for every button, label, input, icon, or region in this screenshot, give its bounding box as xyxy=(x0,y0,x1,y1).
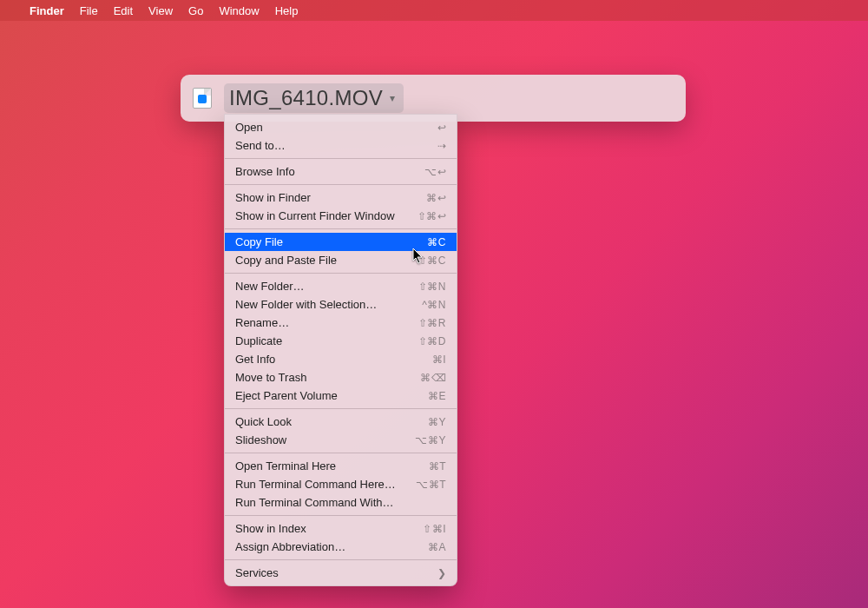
shortcut-label: ⇢ xyxy=(437,140,447,152)
chevron-down-icon: ▾ xyxy=(390,92,395,104)
shortcut-label: ⇧⌘I xyxy=(423,523,446,535)
shortcut-label: ↩ xyxy=(437,122,447,134)
menu-item-show-in-current-finder-window[interactable]: Show in Current Finder Window⇧⌘↩ xyxy=(225,207,457,225)
menu-item-label: Get Info xyxy=(235,353,275,366)
menu-item-run-terminal-command-here[interactable]: Run Terminal Command Here…⌥⌘T xyxy=(225,475,457,493)
menu-item-label: Show in Finder xyxy=(235,191,311,204)
shortcut-label: ⌥↩ xyxy=(424,166,446,178)
menu-item-show-in-finder[interactable]: Show in Finder⌘↩ xyxy=(225,188,457,207)
menu-item-new-folder-with-selection[interactable]: New Folder with Selection…^⌘N xyxy=(225,295,457,314)
menu-item-label: Open xyxy=(235,121,263,134)
menu-edit[interactable]: Edit xyxy=(114,4,133,17)
menu-item-label: New Folder with Selection… xyxy=(235,298,377,311)
menu-item-label: Slideshow xyxy=(235,433,286,446)
file-name-text: IMG_6410.MOV xyxy=(229,86,383,110)
menu-item-send-to[interactable]: Send to…⇢ xyxy=(225,136,457,155)
menu-item-label: Assign Abbreviation… xyxy=(235,540,345,553)
shortcut-label: ⌥⌘Y xyxy=(415,434,446,446)
menu-separator xyxy=(225,408,457,409)
menu-item-label: Run Terminal Command With… xyxy=(235,496,394,509)
shortcut-label: ⌘A xyxy=(428,541,446,553)
menu-item-duplicate[interactable]: Duplicate⇧⌘D xyxy=(225,332,457,350)
submenu-arrow-icon: ❯ xyxy=(437,567,446,579)
menu-item-copy-file[interactable]: Copy File⌘C xyxy=(225,233,457,251)
shortcut-label: ⌘Y xyxy=(428,416,446,428)
menu-separator xyxy=(225,228,457,229)
menu-separator xyxy=(225,273,457,274)
menu-item-move-to-trash[interactable]: Move to Trash⌘⌫ xyxy=(225,368,457,387)
shortcut-label: ⌘⌫ xyxy=(420,372,446,384)
shortcut-label: ⇧⌘D xyxy=(418,335,446,347)
menu-item-label: Copy and Paste File xyxy=(235,254,337,267)
menu-item-rename[interactable]: Rename…⇧⌘R xyxy=(225,314,457,332)
file-name-field[interactable]: IMG_6410.MOV ▾ xyxy=(224,83,404,113)
shortcut-label: ⌘C xyxy=(427,236,446,248)
shortcut-label: ⇧⌘R xyxy=(418,317,446,329)
menu-separator xyxy=(225,184,457,185)
menu-item-label: New Folder… xyxy=(235,280,304,293)
shortcut-label: ⇧⌘C xyxy=(418,254,446,267)
menu-item-label: Duplicate xyxy=(235,334,282,347)
shortcut-label: ⌘T xyxy=(429,460,446,473)
menu-item-quick-look[interactable]: Quick Look⌘Y xyxy=(225,413,457,431)
menu-item-label: Browse Info xyxy=(235,165,295,178)
menu-item-label: Eject Parent Volume xyxy=(235,389,338,402)
menu-item-label: Open Terminal Here xyxy=(235,459,336,473)
menu-view[interactable]: View xyxy=(148,4,173,17)
app-name[interactable]: Finder xyxy=(30,4,64,17)
menu-item-label: Run Terminal Command Here… xyxy=(235,478,396,491)
menu-item-label: Services xyxy=(235,566,279,579)
system-menubar: Finder File Edit View Go Window Help xyxy=(0,0,868,21)
menu-file[interactable]: File xyxy=(80,4,98,17)
shortcut-label: ⌘I xyxy=(432,354,446,366)
shortcut-label: ⇧⌘↩ xyxy=(418,210,447,222)
menu-separator xyxy=(225,515,457,516)
menu-item-open[interactable]: Open↩ xyxy=(225,118,457,136)
menu-separator xyxy=(225,453,457,453)
menu-item-new-folder[interactable]: New Folder…⇧⌘N xyxy=(225,277,457,295)
menu-item-show-in-index[interactable]: Show in Index⇧⌘I xyxy=(225,519,457,538)
shortcut-label: ⌘↩ xyxy=(426,192,446,204)
menu-item-browse-info[interactable]: Browse Info⌥↩ xyxy=(225,162,457,181)
menu-go[interactable]: Go xyxy=(188,4,203,17)
menu-item-label: Copy File xyxy=(235,235,283,248)
menu-item-eject-parent-volume[interactable]: Eject Parent Volume⌘E xyxy=(225,387,457,405)
menu-item-copy-and-paste-file[interactable]: Copy and Paste File⇧⌘C xyxy=(225,251,457,269)
context-menu: Open↩Send to…⇢Browse Info⌥↩Show in Finde… xyxy=(224,114,457,586)
menu-separator xyxy=(225,559,457,560)
menu-separator xyxy=(225,158,457,159)
shortcut-label: ⇧⌘N xyxy=(418,281,446,293)
shortcut-label: ⌥⌘T xyxy=(416,479,446,491)
menu-item-label: Move to Trash xyxy=(235,371,306,384)
menu-item-label: Show in Current Finder Window xyxy=(235,209,395,222)
menu-help[interactable]: Help xyxy=(275,4,299,17)
menu-item-label: Send to… xyxy=(235,139,286,152)
menu-item-label: Quick Look xyxy=(235,415,292,428)
shortcut-label: ^⌘N xyxy=(422,299,446,311)
menu-item-label: Show in Index xyxy=(235,522,306,535)
menu-item-assign-abbreviation[interactable]: Assign Abbreviation…⌘A xyxy=(225,538,457,556)
menu-item-run-terminal-command-with[interactable]: Run Terminal Command With… xyxy=(225,493,457,512)
menu-item-open-terminal-here[interactable]: Open Terminal Here⌘T xyxy=(225,457,457,475)
movie-file-icon xyxy=(193,88,212,109)
menu-item-get-info[interactable]: Get Info⌘I xyxy=(225,350,457,368)
shortcut-label: ⌘E xyxy=(428,390,446,402)
menu-item-services[interactable]: Services❯ xyxy=(225,564,457,582)
menu-item-label: Rename… xyxy=(235,316,289,329)
menu-item-slideshow[interactable]: Slideshow⌥⌘Y xyxy=(225,431,457,449)
menu-window[interactable]: Window xyxy=(219,4,259,17)
